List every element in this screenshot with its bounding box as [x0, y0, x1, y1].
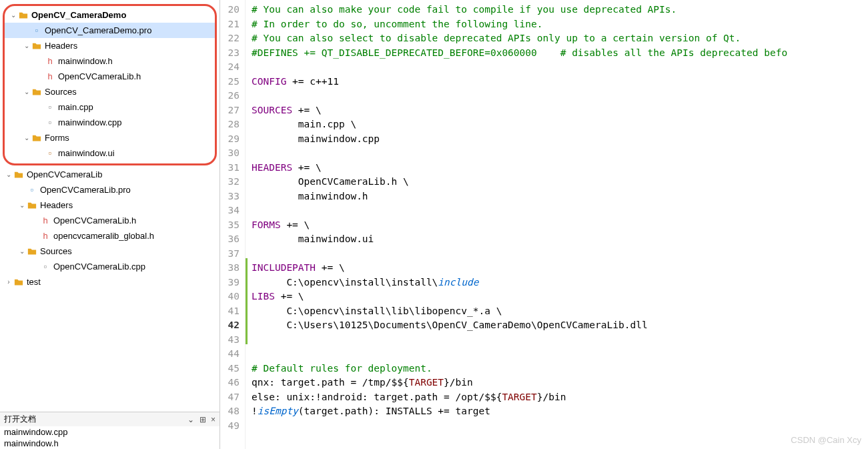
chevron-down-icon[interactable]: ⌄	[22, 41, 31, 51]
file-item[interactable]: ▫ main.cpp	[5, 99, 215, 115]
chevron-down-icon[interactable]: ⌄	[9, 11, 18, 20]
file-item[interactable]: h mainwindow.h	[5, 53, 215, 69]
project-root[interactable]: ⌄ OpenCVCameraLib	[0, 167, 220, 182]
file-item[interactable]: ▫ mainwindow.ui	[5, 145, 215, 161]
file-label: OpenCVCameraLib.h	[53, 215, 136, 226]
open-doc-item[interactable]: mainwindow.h	[0, 438, 220, 449]
open-doc-item[interactable]: mainwindow.cpp	[0, 426, 220, 438]
code-content[interactable]: # You can also make your code fail to co…	[248, 0, 868, 449]
file-label: OpenCVCameraLib.pro	[40, 185, 131, 195]
folder-label: Sources	[40, 246, 72, 256]
cpp-file-icon: ▫	[45, 102, 55, 113]
folder-icon	[18, 10, 29, 21]
pro-file-icon: ▫	[27, 185, 37, 195]
watermark: CSDN @Cain Xcy	[791, 435, 861, 445]
cpp-file-icon: ▫	[45, 117, 55, 128]
headers-folder[interactable]: ⌄ Headers	[5, 38, 215, 53]
folder-label: Headers	[45, 41, 77, 51]
project-tree[interactable]: ⌄ OpenCV_CameraDemo ▫ OpenCV_CameraDemo.…	[0, 0, 220, 412]
header-file-icon: h	[40, 215, 51, 226]
code-editor[interactable]: 2021222324252627282930313233343536373839…	[220, 0, 868, 449]
project-name: OpenCVCameraLib	[27, 169, 102, 179]
chevron-down-icon[interactable]: ⌄	[22, 133, 31, 143]
folder-label: Forms	[45, 133, 69, 143]
chevron-right-icon[interactable]: ›	[4, 278, 13, 287]
line-numbers: 2021222324252627282930313233343536373839…	[220, 0, 246, 449]
project-root[interactable]: › test	[0, 274, 220, 290]
file-item[interactable]: h OpenCVCameraLib.h	[5, 69, 215, 84]
open-docs-list: mainwindow.cpp mainwindow.h	[0, 426, 220, 449]
file-item[interactable]: h OpenCVCameraLib.h	[0, 213, 220, 228]
open-documents-panel: 打开文档 ⌄ ⊞ × mainwindow.cpp mainwindow.h	[0, 412, 220, 449]
chevron-down-icon[interactable]: ⌄	[17, 247, 27, 256]
chevron-down-icon[interactable]: ⌄	[17, 201, 27, 210]
ui-file-icon: ▫	[45, 148, 55, 159]
sources-folder[interactable]: ⌄ Sources	[0, 244, 220, 259]
file-item[interactable]: h opencvcameralib_global.h	[0, 228, 220, 244]
folder-icon	[31, 87, 42, 97]
file-item[interactable]: ▫ OpenCVCameraLib.cpp	[0, 259, 220, 274]
project-sidebar: ⌄ OpenCV_CameraDemo ▫ OpenCV_CameraDemo.…	[0, 0, 220, 449]
folder-icon	[31, 133, 42, 143]
file-label: opencvcameralib_global.h	[53, 231, 154, 241]
pro-file-icon: ▫	[31, 25, 42, 36]
chevron-down-icon[interactable]: ⌄	[4, 170, 13, 179]
header-file-icon: h	[40, 231, 51, 242]
file-item[interactable]: ▫ mainwindow.cpp	[5, 115, 215, 130]
forms-folder[interactable]: ⌄ Forms	[5, 130, 215, 145]
file-label: main.cpp	[58, 102, 93, 112]
chevron-down-icon[interactable]: ⌄	[22, 87, 31, 97]
folder-icon	[31, 41, 42, 51]
file-label: OpenCV_CameraDemo.pro	[45, 25, 151, 35]
folder-icon	[13, 277, 24, 288]
highlighted-project: ⌄ OpenCV_CameraDemo ▫ OpenCV_CameraDemo.…	[3, 4, 217, 165]
open-docs-title: 打开文档	[4, 414, 36, 425]
pro-file[interactable]: ▫ OpenCVCameraLib.pro	[0, 182, 220, 197]
project-name: test	[27, 277, 41, 287]
project-name: OpenCV_CameraDemo	[31, 10, 126, 20]
folder-label: Headers	[40, 200, 73, 210]
project-root[interactable]: ⌄ OpenCV_CameraDemo	[5, 7, 215, 23]
file-label: mainwindow.cpp	[58, 117, 121, 127]
split-icon[interactable]: ⊞	[199, 415, 206, 424]
cpp-file-icon: ▫	[40, 262, 51, 272]
file-label: mainwindow.ui	[58, 148, 115, 158]
dropdown-icon[interactable]: ⌄	[187, 415, 194, 424]
file-label: OpenCVCameraLib.cpp	[53, 262, 145, 272]
file-label: OpenCVCameraLib.h	[58, 71, 141, 81]
folder-label: Sources	[45, 87, 77, 97]
open-docs-header: 打开文档 ⌄ ⊞ ×	[0, 412, 220, 426]
folder-icon	[13, 169, 24, 180]
pro-file[interactable]: ▫ OpenCV_CameraDemo.pro	[5, 23, 215, 38]
sources-folder[interactable]: ⌄ Sources	[5, 84, 215, 99]
file-label: mainwindow.h	[58, 56, 113, 66]
folder-icon	[27, 246, 37, 257]
close-icon[interactable]: ×	[211, 415, 215, 424]
header-file-icon: h	[45, 56, 55, 67]
header-file-icon: h	[45, 71, 55, 82]
headers-folder[interactable]: ⌄ Headers	[0, 197, 220, 213]
folder-icon	[27, 200, 37, 211]
